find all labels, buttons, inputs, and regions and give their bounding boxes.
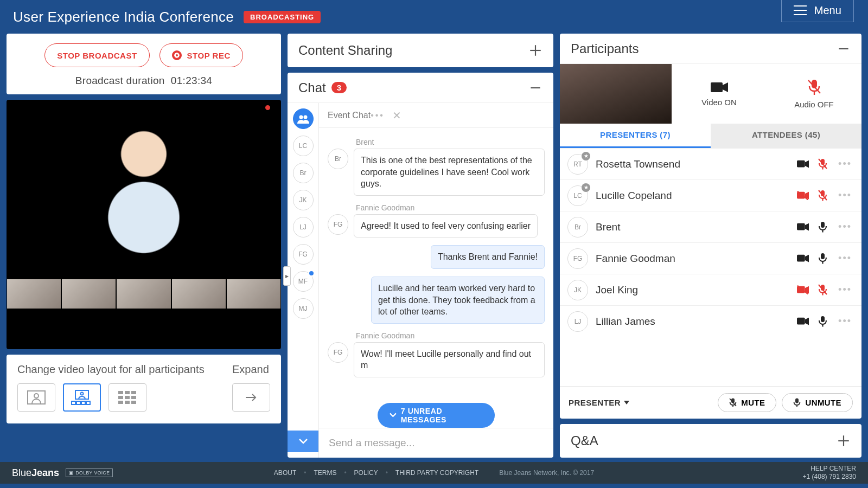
video-thumbnail[interactable] (7, 279, 61, 309)
unread-messages-pill[interactable]: 7 UNREAD MESSAGES (378, 403, 495, 428)
footer-link[interactable]: THIRD PARTY COPYRIGHT (395, 469, 478, 477)
message-sender: Fannie Goodman (356, 331, 545, 340)
self-view-row: Video ON Audio OFF (560, 64, 861, 124)
message-avatar: FG (328, 342, 348, 363)
layout-filmstrip-button[interactable] (63, 383, 101, 412)
participant-more-button[interactable]: ••• (838, 316, 852, 327)
camera-icon[interactable] (797, 222, 809, 232)
stop-recording-button[interactable]: STOP REC (159, 43, 243, 67)
svg-rect-40 (797, 192, 805, 199)
role-dropdown[interactable]: PRESENTER (569, 398, 629, 407)
chat-input[interactable] (329, 437, 544, 449)
layout-single-icon (27, 390, 46, 404)
participant-name: Brent (596, 221, 789, 233)
minus-icon[interactable] (528, 81, 542, 95)
camera-icon[interactable] (797, 159, 809, 169)
mic-muted-icon[interactable] (816, 284, 828, 296)
chat-rail-expand[interactable] (288, 431, 318, 452)
layout-single-button[interactable] (17, 383, 55, 412)
participant-more-button[interactable]: ••• (838, 190, 852, 201)
chat-close-button[interactable]: ✕ (392, 109, 401, 122)
menu-button[interactable]: Menu (781, 0, 854, 22)
participant-name: Lucille Copeland (596, 190, 789, 202)
participant-row[interactable]: LJLillian James••• (560, 305, 861, 337)
role-label: PRESENTER (569, 398, 621, 407)
svg-rect-48 (821, 222, 825, 228)
self-video-thumbnail[interactable] (560, 64, 672, 124)
qa-title: Q&A (571, 433, 598, 448)
plus-icon[interactable] (837, 434, 851, 448)
mute-all-button[interactable]: MUTE (718, 393, 776, 412)
chat-rail-item[interactable]: LJ (293, 217, 314, 237)
help-center-link[interactable]: HELP CENTER (803, 465, 856, 473)
minus-icon[interactable] (837, 42, 851, 56)
group-icon (297, 114, 309, 124)
message-row: BrThis is one of the best representation… (328, 149, 545, 196)
mic-icon[interactable] (816, 316, 828, 327)
camera-off-icon[interactable] (797, 285, 809, 294)
chevron-down-icon (298, 438, 308, 445)
self-audio-toggle[interactable]: Audio OFF (767, 64, 861, 124)
chat-rail-item[interactable]: MJ (293, 298, 314, 319)
participant-more-button[interactable]: ••• (838, 253, 852, 264)
presenter-list[interactable]: RT★Rosetta Townsend•••LC★Lucille Copelan… (560, 148, 861, 386)
tab-presenters[interactable]: PRESENTERS (7) (560, 124, 711, 148)
participant-row[interactable]: JKJoel King••• (560, 274, 861, 305)
content-sharing-header[interactable]: Content Sharing (288, 34, 553, 67)
camera-icon[interactable] (797, 254, 809, 263)
footer-link[interactable]: TERMS (314, 469, 336, 477)
participant-row[interactable]: RT★Rosetta Townsend••• (560, 148, 861, 179)
svg-rect-17 (125, 396, 130, 399)
chat-more-button[interactable]: ••• (371, 111, 385, 120)
svg-rect-30 (711, 82, 723, 92)
chat-rail-item[interactable]: Br (293, 163, 314, 183)
camera-off-icon[interactable] (797, 191, 809, 200)
mic-muted-icon[interactable] (816, 190, 828, 201)
svg-rect-18 (131, 396, 136, 399)
menu-label: Menu (814, 4, 841, 17)
svg-rect-62 (821, 316, 825, 322)
chat-rail-everyone[interactable] (293, 108, 314, 129)
video-thumbnail[interactable] (171, 279, 226, 309)
drag-handle[interactable]: ▸ (283, 266, 291, 286)
video-thumbnail[interactable] (116, 279, 171, 309)
mic-muted-icon[interactable] (816, 158, 828, 170)
stop-broadcast-button[interactable]: STOP BROADCAST (44, 43, 149, 67)
chat-rail-item[interactable]: MF (293, 271, 314, 292)
qa-header[interactable]: Q&A (560, 424, 861, 458)
mic-icon[interactable] (816, 253, 828, 264)
video-thumbnails (7, 279, 281, 309)
chat-rail-item[interactable]: JK (293, 190, 314, 210)
footer-link[interactable]: POLICY (354, 469, 378, 477)
mic-icon[interactable] (816, 221, 828, 233)
expand-button[interactable] (232, 383, 270, 412)
layout-grid-button[interactable] (108, 383, 146, 412)
video-thumbnail[interactable] (226, 279, 281, 309)
chat-rail-item[interactable]: LC (293, 136, 314, 156)
participant-row[interactable]: BrBrent••• (560, 211, 861, 242)
participant-more-button[interactable]: ••• (838, 221, 852, 233)
chat-rail: LCBrJKLJFGMFMJ (288, 103, 319, 458)
unmute-all-button[interactable]: UNMUTE (782, 393, 853, 412)
participant-row[interactable]: LC★Lucille Copeland••• (560, 179, 861, 211)
app-footer: BlueJeans ▣ DOLBY VOICE ABOUT•TERMS•POLI… (0, 462, 868, 484)
svg-rect-12 (86, 401, 90, 404)
footer-link[interactable]: ABOUT (274, 469, 296, 477)
active-speaker-video[interactable] (7, 100, 281, 279)
participant-row[interactable]: FGFannie Goodman••• (560, 242, 861, 274)
video-thumbnail[interactable] (61, 279, 116, 309)
participant-avatar: Br (567, 217, 588, 237)
participant-more-button[interactable]: ••• (838, 158, 852, 170)
self-video-toggle[interactable]: Video ON (672, 64, 767, 124)
participant-more-button[interactable]: ••• (838, 284, 852, 296)
plus-icon[interactable] (528, 43, 542, 57)
camera-icon[interactable] (797, 317, 809, 326)
chat-compose (319, 428, 553, 458)
svg-point-6 (34, 394, 39, 398)
tab-attendees[interactable]: ATTENDEES (45) (711, 124, 861, 148)
svg-marker-51 (805, 255, 809, 262)
record-icon (172, 50, 182, 60)
svg-rect-10 (76, 401, 80, 404)
chat-messages[interactable]: BrentBrThis is one of the best represent… (319, 128, 553, 428)
chat-rail-item[interactable]: FG (293, 244, 314, 265)
